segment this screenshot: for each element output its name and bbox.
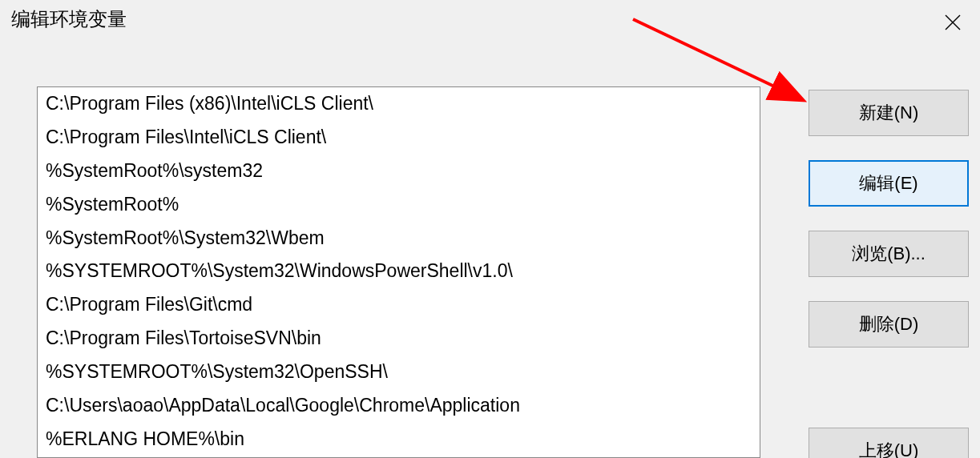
list-item[interactable]: C:\Program Files (x86)\Intel\iCLS Client… [38, 87, 760, 121]
edit-button[interactable]: 编辑(E) [809, 160, 969, 207]
list-item[interactable]: C:\Users\aoao\AppData\Local\Google\Chrom… [38, 389, 760, 423]
browse-button[interactable]: 浏览(B)... [809, 231, 969, 277]
list-item[interactable]: %SystemRoot% [38, 188, 760, 222]
dialog-title: 编辑环境变量 [11, 6, 127, 32]
list-item[interactable]: %ERLANG HOME%\bin [38, 423, 760, 456]
button-column: 新建(N) 编辑(E) 浏览(B)... 删除(D) 上移(U) [809, 86, 969, 458]
delete-button[interactable]: 删除(D) [809, 301, 969, 348]
content-area: C:\Program Files (x86)\Intel\iCLS Client… [0, 38, 980, 458]
close-icon[interactable] [937, 6, 969, 38]
path-list[interactable]: C:\Program Files (x86)\Intel\iCLS Client… [37, 86, 760, 458]
title-bar: 编辑环境变量 [0, 0, 980, 38]
list-item[interactable]: C:\Program Files\Git\cmd [38, 288, 760, 322]
move-up-button[interactable]: 上移(U) [809, 428, 969, 458]
list-item[interactable]: %SystemRoot%\system32 [38, 155, 760, 188]
list-item[interactable]: C:\Program Files\Intel\iCLS Client\ [38, 121, 760, 155]
new-button[interactable]: 新建(N) [809, 90, 969, 136]
list-item[interactable]: %SYSTEMROOT%\System32\WindowsPowerShell\… [38, 255, 760, 288]
list-item[interactable]: %SYSTEMROOT%\System32\OpenSSH\ [38, 356, 760, 389]
list-item[interactable]: C:\Program Files\TortoiseSVN\bin [38, 322, 760, 356]
list-item[interactable]: %SystemRoot%\System32\Wbem [38, 222, 760, 255]
